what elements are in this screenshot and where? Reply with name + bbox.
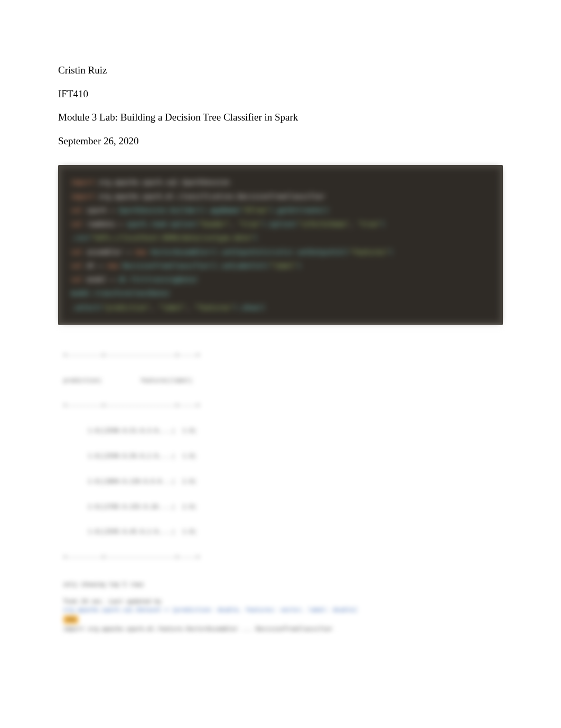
embedded-screenshot: import org.apache.spark.sql.SparkSession… [58, 165, 503, 636]
code-line: import org.apache.spark.ml.classificatio… [71, 190, 490, 204]
ide-window: import org.apache.spark.sql.SparkSession… [58, 165, 503, 325]
output-table: +----------+--------------------+-----+ … [63, 334, 498, 578]
code-line: val rawData = spark.read.option("header"… [71, 217, 490, 231]
console-output: +----------+--------------------+-----+ … [58, 327, 503, 637]
document-header: Cristin Ruiz IFT410 Module 3 Lab: Buildi… [58, 63, 503, 148]
title-line: Module 3 Lab: Building a Decision Tree C… [58, 110, 503, 125]
code-editor: import org.apache.spark.sql.SparkSession… [61, 168, 500, 322]
code-line: .select("prediction", "label", "features… [71, 301, 490, 315]
timing-line: Took 24 sec. Last updated by [63, 597, 498, 606]
code-line: import org.apache.spark.sql.SparkSession [71, 176, 490, 189]
code-line: model.transform(testData) [71, 287, 490, 300]
import-echo-line: import org.apache.spark.ml.feature.Vecto… [63, 625, 498, 633]
code-line: val dt = new DecisionTreeClassifier().se… [71, 259, 490, 273]
code-line: val assembler = new VectorAssembler().se… [71, 245, 490, 259]
code-line: val model = dt.fit(trainingData) [71, 273, 490, 287]
code-line: val spark = SparkSession.builder().appNa… [71, 204, 490, 217]
output-note: only showing top 5 rows [63, 580, 498, 589]
author-line: Cristin Ruiz [58, 63, 503, 78]
date-line: September 26, 2020 [58, 134, 503, 149]
spark-result-line: org.apache.spark.sql.Dataset = [predicti… [63, 606, 498, 614]
result-badge: res [63, 615, 78, 624]
code-line: .csv("hdfs://localhost:9000/data/covtype… [71, 231, 490, 245]
course-line: IFT410 [58, 87, 503, 102]
